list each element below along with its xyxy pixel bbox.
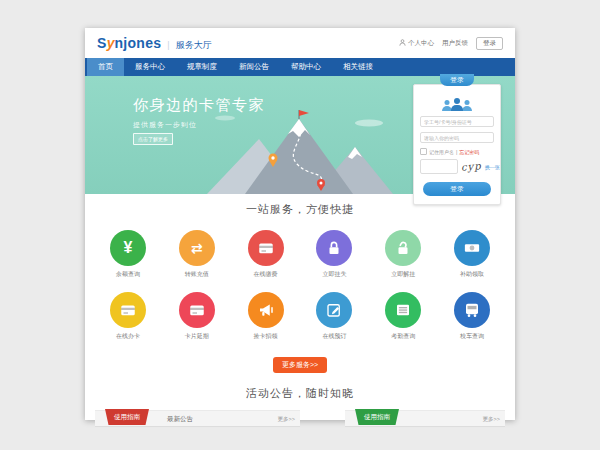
service-item[interactable]: 在线办卡 bbox=[98, 292, 158, 341]
bus-icon bbox=[463, 301, 481, 319]
service-label: 考勤查询 bbox=[373, 332, 433, 341]
announcements-section-title: 活动公告，随时知晓 bbox=[85, 386, 515, 401]
service-circle bbox=[110, 292, 146, 328]
bank-card-icon bbox=[257, 239, 275, 257]
logo-text-rest: njones bbox=[114, 35, 161, 51]
personal-center-label: 个人中心 bbox=[408, 39, 434, 48]
service-circle bbox=[316, 230, 352, 266]
captcha-input[interactable] bbox=[420, 159, 458, 174]
product-name: 服务大厅 bbox=[176, 39, 212, 52]
nav-item-3[interactable]: 新闻公告 bbox=[228, 58, 280, 76]
login-panel: 登录 记住用户名 | 忘记密码 cyp 换一张 bbox=[413, 74, 501, 205]
left-column-header: 使用指南 最新公告 更多>> bbox=[95, 410, 300, 427]
banner-subtitle: 提供服务一步到位 bbox=[133, 120, 197, 130]
service-label: 捡卡招领 bbox=[236, 332, 296, 341]
remember-label: 记住用户名 bbox=[429, 149, 454, 155]
nav-item-4[interactable]: 帮助中心 bbox=[280, 58, 332, 76]
service-item[interactable]: 校车查询 bbox=[442, 292, 502, 341]
service-item[interactable]: 在线缴费 bbox=[236, 230, 296, 279]
service-circle bbox=[385, 292, 421, 328]
banner-title: 你身边的卡管专家 bbox=[133, 96, 265, 115]
login-submit-button[interactable]: 登录 bbox=[423, 182, 491, 196]
login-tab[interactable]: 登录 bbox=[440, 74, 474, 86]
services-row-1: 在线办卡卡片延期捡卡招领在线预订考勤查询校车查询 bbox=[85, 292, 515, 341]
banknote-icon bbox=[463, 239, 481, 257]
megaphone-icon bbox=[257, 301, 275, 319]
service-item[interactable]: 考勤查询 bbox=[373, 292, 433, 341]
service-label: 校车查询 bbox=[442, 332, 502, 341]
nav-item-1[interactable]: 服务中心 bbox=[124, 58, 176, 76]
service-item[interactable]: 立即解挂 bbox=[373, 230, 433, 279]
person-icon bbox=[399, 39, 406, 47]
service-item[interactable]: ⇄转账充值 bbox=[167, 230, 227, 279]
remember-forgot-divider: | bbox=[456, 149, 457, 155]
nav-item-0[interactable]: 首页 bbox=[87, 58, 124, 76]
captcha-refresh-link[interactable]: 换一张 bbox=[485, 164, 500, 170]
service-circle: ¥ bbox=[110, 230, 146, 266]
service-label: 卡片延期 bbox=[167, 332, 227, 341]
service-item[interactable]: ¥余额查询 bbox=[98, 230, 158, 279]
more-services-button[interactable]: 更多服务>> bbox=[273, 357, 327, 373]
service-item[interactable]: 捡卡招领 bbox=[236, 292, 296, 341]
logo-text: S bbox=[97, 35, 107, 51]
announcements-right-column: 使用指南 更多>> bbox=[345, 410, 505, 427]
service-circle bbox=[248, 230, 284, 266]
latest-announcements-tab[interactable]: 最新公告 bbox=[167, 411, 193, 427]
captcha-image[interactable]: cyp bbox=[461, 160, 482, 172]
logo-accent: y bbox=[107, 35, 115, 51]
mountain-illustration bbox=[197, 109, 397, 194]
list-icon bbox=[394, 301, 412, 319]
personal-center-link[interactable]: 个人中心 bbox=[399, 39, 434, 48]
service-label: 补助领取 bbox=[442, 270, 502, 279]
service-item[interactable]: 卡片延期 bbox=[167, 292, 227, 341]
service-label: 转账充值 bbox=[167, 270, 227, 279]
service-circle bbox=[316, 292, 352, 328]
service-label: 在线办卡 bbox=[98, 332, 158, 341]
service-label: 在线缴费 bbox=[236, 270, 296, 279]
site-header: Synjones | 服务大厅 个人中心 用户反馈 登录 bbox=[85, 28, 515, 58]
service-item[interactable]: 在线预订 bbox=[304, 292, 364, 341]
service-circle: ⇄ bbox=[179, 230, 215, 266]
yen-icon: ¥ bbox=[124, 240, 133, 256]
left-more-link[interactable]: 更多>> bbox=[278, 411, 295, 427]
service-circle bbox=[385, 230, 421, 266]
pencil-icon bbox=[325, 301, 343, 319]
lock-icon bbox=[325, 239, 343, 257]
service-circle bbox=[248, 292, 284, 328]
nav-item-2[interactable]: 规章制度 bbox=[176, 58, 228, 76]
password-input[interactable] bbox=[420, 132, 494, 143]
service-hall-page: Synjones | 服务大厅 个人中心 用户反馈 登录 首页服务中心规章制度新… bbox=[85, 28, 515, 420]
services-grid: ¥余额查询⇄转账充值在线缴费立即挂失立即解挂补助领取在线办卡卡片延期捡卡招领在线… bbox=[85, 230, 515, 341]
right-column-header: 使用指南 更多>> bbox=[345, 410, 505, 427]
users-icon bbox=[420, 97, 494, 111]
service-circle bbox=[454, 230, 490, 266]
service-label: 余额查询 bbox=[98, 270, 158, 279]
services-row-0: ¥余额查询⇄转账充值在线缴费立即挂失立即解挂补助领取 bbox=[85, 230, 515, 279]
forgot-password-link[interactable]: 忘记密码 bbox=[459, 149, 479, 155]
login-form: 记住用户名 | 忘记密码 cyp 换一张 登录 bbox=[413, 84, 501, 205]
desktop-background: Synjones | 服务大厅 个人中心 用户反馈 登录 首页服务中心规章制度新… bbox=[0, 0, 600, 450]
usage-guide-ribbon-left[interactable]: 使用指南 bbox=[105, 409, 149, 425]
header-login-button[interactable]: 登录 bbox=[476, 37, 503, 50]
card-icon bbox=[188, 301, 206, 319]
announcements-strip: 使用指南 最新公告 更多>> 使用指南 更多>> bbox=[85, 410, 515, 427]
service-item[interactable]: 立即挂失 bbox=[304, 230, 364, 279]
user-feedback-link[interactable]: 用户反馈 bbox=[442, 39, 468, 48]
synjones-logo: Synjones | 服务大厅 bbox=[97, 35, 212, 52]
service-item[interactable]: 补助领取 bbox=[442, 230, 502, 279]
service-label: 在线预订 bbox=[304, 332, 364, 341]
logo-divider: | bbox=[167, 40, 169, 50]
usage-guide-ribbon-right[interactable]: 使用指南 bbox=[355, 409, 399, 425]
announcements-left-column: 使用指南 最新公告 更多>> bbox=[95, 410, 300, 427]
unlock-icon bbox=[394, 239, 412, 257]
remember-checkbox[interactable] bbox=[420, 148, 427, 155]
header-links: 个人中心 用户反馈 登录 bbox=[399, 37, 503, 50]
right-more-link[interactable]: 更多>> bbox=[483, 411, 500, 427]
banner-cta-button[interactable]: 点击了解更多 bbox=[133, 133, 173, 145]
nav-item-5[interactable]: 相关链接 bbox=[332, 58, 384, 76]
account-input[interactable] bbox=[420, 116, 494, 127]
transfer-arrows-icon: ⇄ bbox=[191, 241, 203, 255]
card-icon bbox=[119, 301, 137, 319]
service-circle bbox=[179, 292, 215, 328]
user-feedback-label: 用户反馈 bbox=[442, 39, 468, 48]
